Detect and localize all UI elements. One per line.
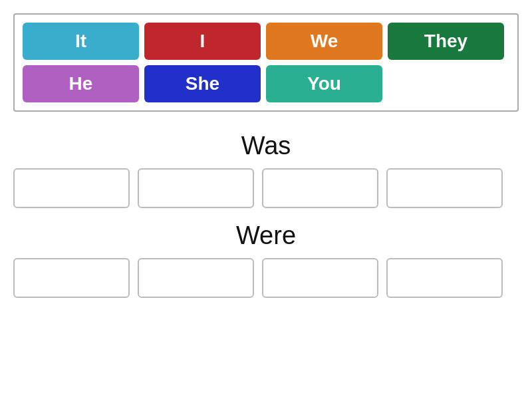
drop-box-were-2[interactable] (262, 258, 378, 298)
word-bank: ItIWeTheyHeSheYou (13, 13, 519, 112)
drop-zone-row-were (13, 258, 519, 298)
word-tile-he[interactable]: He (23, 65, 139, 102)
word-tile-we[interactable]: We (266, 23, 382, 60)
word-tile-she[interactable]: She (144, 65, 261, 102)
drop-box-was-3[interactable] (386, 168, 503, 208)
word-tile-you[interactable]: You (266, 65, 382, 102)
drop-box-was-2[interactable] (262, 168, 378, 208)
section-was: Was (13, 132, 519, 208)
drop-box-were-0[interactable] (13, 258, 130, 298)
word-tile-i[interactable]: I (144, 23, 261, 60)
sections-container: WasWere (13, 132, 519, 311)
word-tile-they[interactable]: They (388, 23, 504, 60)
drop-zone-row-was (13, 168, 519, 208)
drop-box-was-0[interactable] (13, 168, 130, 208)
word-tile-it[interactable]: It (23, 23, 139, 60)
drop-box-were-1[interactable] (138, 258, 254, 298)
drop-box-was-1[interactable] (138, 168, 254, 208)
section-were: Were (13, 221, 519, 298)
section-label-was: Was (13, 132, 519, 160)
drop-box-were-3[interactable] (386, 258, 503, 298)
section-label-were: Were (13, 221, 519, 250)
